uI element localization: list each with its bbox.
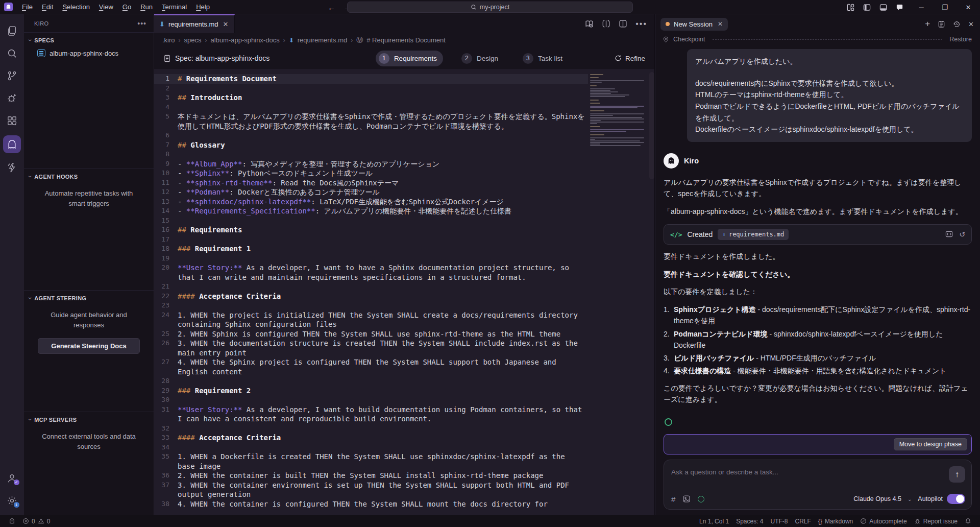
- encoding[interactable]: UTF-8: [767, 518, 792, 525]
- assistant-paragraph: 「album-app-sphinx-docs」という機能名で進めます。まず要件ド…: [664, 206, 972, 217]
- chat-input-box[interactable]: Ask a question or describe a task... ↑ #…: [664, 460, 972, 510]
- window-minimize-button[interactable]: ─: [910, 0, 933, 14]
- model-selector[interactable]: Claude Opus 4.5: [853, 495, 901, 502]
- notifications-bell-icon[interactable]: [961, 518, 975, 524]
- cursor-position[interactable]: Ln 1, Col 1: [696, 518, 732, 525]
- agent-hooks-icon[interactable]: [2, 156, 22, 179]
- breadcrumb-item[interactable]: .kiro: [162, 36, 175, 44]
- history-icon[interactable]: [953, 20, 961, 28]
- minimap[interactable]: [590, 74, 647, 515]
- eol-sequence[interactable]: CRLF: [792, 518, 815, 525]
- send-button[interactable]: ↑: [949, 466, 965, 483]
- search-sidebar-icon[interactable]: [2, 42, 22, 64]
- editor-more-actions-icon[interactable]: •••: [635, 19, 647, 29]
- generate-steering-docs-button[interactable]: Generate Steering Docs: [38, 338, 140, 354]
- chat-message-list[interactable]: アルバムアプリを作成したい。docs/requirements内にSphinxで…: [655, 45, 980, 515]
- agent-hooks-section-header[interactable]: › AGENT HOOKS: [24, 169, 154, 183]
- editor-scrollbar[interactable]: [649, 72, 654, 179]
- specs-section-header[interactable]: › SPECS: [24, 33, 154, 47]
- minimap-line: [590, 129, 644, 130]
- chat-session-tab[interactable]: New Session ✕: [660, 18, 728, 31]
- token: : アルバムアプリの機能要件・非機能要件を記述した仕様書: [315, 207, 511, 215]
- kiro-agent-icon[interactable]: [2, 132, 22, 156]
- problems-indicator[interactable]: 0 0: [19, 518, 54, 525]
- code-area[interactable]: 1# Requirements Document23## Introductio…: [154, 70, 654, 515]
- spec-step-requirements[interactable]: 1Requirements: [376, 51, 443, 66]
- spec-step-design[interactable]: 2Design: [458, 51, 504, 66]
- spec-step-task-list[interactable]: 3Task list: [520, 51, 569, 66]
- split-editor-icon[interactable]: [619, 19, 627, 28]
- menu-selection[interactable]: Selection: [58, 2, 93, 12]
- token: **Album_App**: [186, 160, 242, 168]
- task-list-icon[interactable]: [938, 20, 945, 28]
- run-debug-icon[interactable]: [2, 87, 22, 109]
- panel-close-icon[interactable]: ✕: [968, 20, 974, 28]
- menu-terminal[interactable]: Terminal: [158, 2, 191, 12]
- mcp-status-icon[interactable]: [698, 496, 704, 502]
- language-mode[interactable]: {} Markdown: [815, 518, 856, 525]
- minimap-line: [590, 115, 613, 116]
- breadcrumb-item[interactable]: album-app-sphinx-docs: [211, 36, 280, 44]
- chat-input-placeholder[interactable]: Ask a question or describe a task...: [671, 466, 949, 476]
- breadcrumb-item[interactable]: requirements.md: [298, 36, 348, 44]
- line-content: 1. WHEN a Dockerfile is created THEN the…: [178, 452, 588, 471]
- indentation[interactable]: Spaces: 4: [732, 518, 767, 525]
- chat-bubble-icon[interactable]: [896, 4, 903, 11]
- token: 3. WHEN the documentation structure is c…: [178, 339, 582, 357]
- remote-kiro-icon[interactable]: [5, 518, 19, 524]
- nav-back-icon[interactable]: ←: [328, 3, 335, 12]
- line-number: 13: [154, 197, 178, 207]
- explorer-icon[interactable]: [2, 19, 22, 42]
- open-preview-icon[interactable]: [585, 19, 594, 28]
- open-changes-icon[interactable]: [602, 19, 610, 28]
- created-file-chip[interactable]: ⬇ requirements.md: [718, 229, 789, 240]
- settings-gear-icon[interactable]: 1: [2, 489, 22, 512]
- menu-edit[interactable]: Edit: [38, 2, 57, 12]
- open-diff-icon[interactable]: [945, 230, 953, 238]
- line-content: - **Sphinx**: Pythonベースのドキュメント生成ツール: [178, 169, 588, 178]
- customize-layout-icon[interactable]: [847, 4, 854, 11]
- context-hash-icon[interactable]: #: [671, 495, 675, 504]
- accounts-icon[interactable]: ✓: [2, 467, 22, 489]
- toggle-panel-icon[interactable]: [879, 4, 887, 11]
- breadcrumb-item[interactable]: specs: [184, 36, 202, 44]
- source-control-icon[interactable]: [2, 64, 22, 87]
- menu-go[interactable]: Go: [118, 2, 135, 12]
- step-label: Task list: [538, 55, 562, 62]
- toggle-primary-sidebar-icon[interactable]: [863, 4, 871, 11]
- agent-steering-section-header[interactable]: › AGENT STEERING: [24, 291, 154, 305]
- tab-close-icon[interactable]: ✕: [223, 20, 228, 28]
- checkpoint-restore-button[interactable]: Restore: [949, 36, 972, 43]
- menu-run[interactable]: Run: [136, 2, 157, 12]
- sidebar-item-spec[interactable]: album-app-sphinx-docs: [24, 47, 154, 59]
- breadcrumb-item[interactable]: # Requirements Document: [366, 36, 446, 44]
- window-restore-button[interactable]: ❐: [933, 0, 957, 14]
- refine-button[interactable]: Refine: [615, 55, 645, 62]
- line-content: [178, 443, 588, 452]
- move-to-design-phase-button[interactable]: Move to design phase: [894, 438, 967, 450]
- menu-view[interactable]: View: [95, 2, 117, 12]
- file-created-card[interactable]: </> Created ⬇ requirements.md ↺: [664, 224, 972, 245]
- autopilot-toggle[interactable]: [947, 494, 965, 504]
- new-session-icon[interactable]: +: [925, 19, 930, 29]
- autocomplete-status[interactable]: Autocomplete: [856, 518, 910, 525]
- token: : Read the Docs風のSphinxテーマ: [272, 179, 399, 187]
- extensions-icon[interactable]: [2, 109, 22, 132]
- undo-icon[interactable]: ↺: [959, 230, 965, 238]
- session-close-icon[interactable]: ✕: [718, 20, 723, 28]
- menu-help[interactable]: Help: [192, 2, 214, 12]
- line-content: 3. WHEN the container environment is set…: [178, 481, 588, 499]
- step-number: 1: [379, 53, 389, 64]
- attach-image-icon[interactable]: [682, 495, 691, 503]
- report-issue[interactable]: Report issue: [911, 518, 961, 525]
- sidebar-more-icon[interactable]: •••: [137, 19, 146, 28]
- command-center-search[interactable]: my-project: [347, 2, 633, 13]
- list-item: 4.要求仕様書の構造 - 機能要件・非機能要件・用語集を含む構造化されたドキュメ…: [664, 365, 972, 376]
- menu-file[interactable]: File: [18, 2, 37, 12]
- mcp-servers-section-header[interactable]: › MCP SERVERS: [24, 412, 154, 426]
- tab-requirements-md[interactable]: ⬇ requirements.md ✕: [154, 14, 235, 33]
- window-close-button[interactable]: ✕: [957, 0, 980, 14]
- line-content: 3. WHEN the documentation structure is c…: [178, 339, 588, 357]
- minimap-line: [590, 85, 597, 86]
- token: : 写真やメディアを整理・管理するためのアプリケーション: [242, 160, 439, 168]
